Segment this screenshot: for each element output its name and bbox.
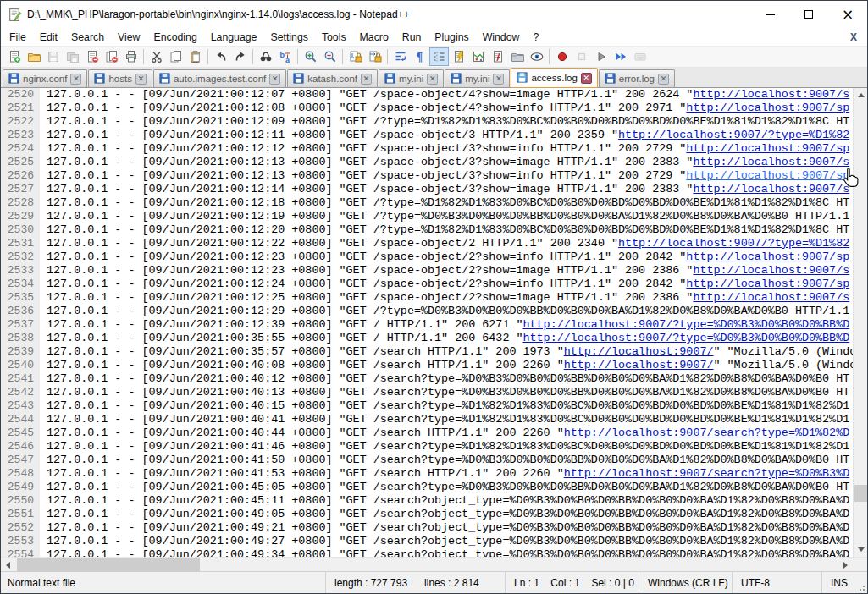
menu-edit[interactable]: Edit xyxy=(33,30,64,45)
tab-auto.images.test.conf[interactable]: auto.images.test.conf✕ xyxy=(153,69,286,87)
referrer-link[interactable]: http://localhost:9007/sp xyxy=(686,142,849,155)
line-number: 2526 xyxy=(1,169,34,183)
referrer-link-hovered[interactable]: http://localhost:9007/sp xyxy=(686,169,849,182)
sync-scroll-horizontal-icon[interactable] xyxy=(365,47,384,66)
close-all-icon[interactable] xyxy=(102,47,121,66)
document-map-icon[interactable] xyxy=(468,47,488,66)
open-file-icon[interactable] xyxy=(24,47,43,66)
playback-macro-icon[interactable] xyxy=(591,47,611,66)
status-encoding[interactable]: UTF-8 xyxy=(732,572,821,593)
referrer-link[interactable]: http://localhost:9007/search?type=%D1%82… xyxy=(564,426,850,439)
new-file-icon[interactable] xyxy=(4,47,24,66)
tab-error.log[interactable]: error.log✕ xyxy=(599,69,675,87)
tab-close-icon[interactable]: ✕ xyxy=(658,74,669,85)
referrer-link[interactable]: http://localhost:9007/?type=%D1%82 xyxy=(618,129,849,141)
menu-tools[interactable]: Tools xyxy=(315,30,353,45)
replace-icon[interactable]: ba xyxy=(275,47,295,66)
menu-window[interactable]: Window xyxy=(476,30,527,45)
undo-icon[interactable] xyxy=(211,47,230,66)
run-macro-multiple-icon[interactable] xyxy=(611,47,630,66)
referrer-link[interactable]: http://localhost:9007/ xyxy=(564,359,714,371)
zoom-out-icon[interactable] xyxy=(320,47,340,66)
vertical-scrollbar[interactable] xyxy=(853,88,867,557)
referrer-link[interactable]: http://localhost:9007/search?type=%D0%B3… xyxy=(564,467,850,480)
show-all-characters-icon[interactable]: ¶ xyxy=(410,47,429,66)
log-line: 127.0.0.1 - - [09/Jun/2021:00:35:57 +080… xyxy=(47,345,853,359)
tab-my.ini[interactable]: my.ini✕ xyxy=(379,69,444,87)
tab-close-icon[interactable]: ✕ xyxy=(427,74,438,85)
redo-icon[interactable] xyxy=(230,47,250,66)
scroll-up-arrow[interactable] xyxy=(854,88,867,102)
referrer-link[interactable]: http://localhost:9007/sp xyxy=(686,250,849,263)
menu-run[interactable]: Run xyxy=(395,30,428,45)
resize-grip[interactable] xyxy=(855,572,867,593)
cut-icon[interactable] xyxy=(147,47,166,66)
referrer-link[interactable]: http://localhost:9007/s xyxy=(693,264,849,277)
floppy-icon xyxy=(517,72,528,85)
line-number: 2532 xyxy=(1,250,34,264)
log-line: 127.0.0.1 - - [09/Jun/2021:00:49:05 +080… xyxy=(47,508,853,521)
define-language-icon[interactable] xyxy=(449,47,468,66)
menu-macro[interactable]: Macro xyxy=(353,30,395,45)
status-eol-format[interactable]: Windows (CR LF) xyxy=(639,572,732,593)
tab-nginx.conf[interactable]: nginx.conf✕ xyxy=(3,69,87,87)
close-button[interactable]: × xyxy=(828,1,867,28)
scroll-left-arrow[interactable] xyxy=(1,558,15,572)
referrer-link[interactable]: http://localhost:9007/s xyxy=(693,156,849,168)
tab-hosts[interactable]: hosts✕ xyxy=(88,69,152,87)
log-text: 127.0.0.1 - - [09/Jun/2021:00:49:21 +080… xyxy=(47,521,849,534)
line-number: 2531 xyxy=(1,237,34,250)
tab-close-icon[interactable]: ✕ xyxy=(135,74,147,85)
horizontal-scrollbar-thumb[interactable] xyxy=(17,558,200,571)
maximize-button[interactable] xyxy=(789,1,828,28)
tab-my.ini[interactable]: my.ini✕ xyxy=(445,69,510,87)
referrer-link[interactable]: http://localhost:9007/ xyxy=(564,345,714,358)
tab-close-icon[interactable]: ✕ xyxy=(493,74,504,85)
show-indent-guide-icon[interactable] xyxy=(429,47,449,66)
referrer-link[interactable]: http://localhost:9007/s xyxy=(693,88,849,101)
vertical-scrollbar-thumb[interactable] xyxy=(854,485,867,502)
menu-encoding[interactable]: Encoding xyxy=(147,30,203,45)
monitoring-icon[interactable] xyxy=(527,47,546,66)
menu-view[interactable]: View xyxy=(111,30,147,45)
tab-close-icon[interactable]: ✕ xyxy=(581,73,592,84)
tab-close-icon[interactable]: ✕ xyxy=(70,74,81,85)
print-icon[interactable] xyxy=(121,47,141,66)
tab-access.log[interactable]: access.log✕ xyxy=(511,68,597,88)
menu-file[interactable]: File xyxy=(3,30,33,45)
horizontal-scrollbar[interactable] xyxy=(1,557,867,571)
copy-icon[interactable] xyxy=(166,47,185,66)
folder-as-workspace-icon[interactable] xyxy=(507,47,527,66)
scroll-down-arrow[interactable] xyxy=(854,542,867,557)
menu-language[interactable]: Language xyxy=(204,30,264,45)
minimize-button[interactable] xyxy=(750,1,789,28)
horizontal-scroll-track[interactable] xyxy=(15,558,838,571)
menu-settings[interactable]: Settings xyxy=(263,30,314,45)
zoom-in-icon[interactable] xyxy=(301,47,320,66)
record-macro-icon[interactable] xyxy=(552,47,572,66)
referrer-link[interactable]: http://localhost:9007/s xyxy=(693,183,849,195)
menu-help[interactable]: ? xyxy=(526,30,545,45)
tab-label: access.log xyxy=(531,73,577,83)
paste-icon[interactable] xyxy=(185,47,205,66)
referrer-link[interactable]: http://localhost:9007/sp xyxy=(686,102,849,114)
word-wrap-icon[interactable] xyxy=(390,47,410,66)
tab-katash.conf[interactable]: katash.conf✕ xyxy=(287,69,378,87)
find-icon[interactable] xyxy=(256,47,275,66)
referrer-link[interactable]: http://localhost:9007/?type=%D0%B3%D0%B0… xyxy=(523,332,850,344)
referrer-link[interactable]: http://localhost:9007/?type=%D1%82 xyxy=(618,237,849,250)
close-file-icon[interactable] xyxy=(82,47,102,66)
menu-plugins[interactable]: Plugins xyxy=(428,30,475,45)
referrer-link[interactable]: http://localhost:9007/sp xyxy=(686,278,849,290)
status-insert-mode[interactable]: INS xyxy=(821,572,855,593)
text-editor[interactable]: 127.0.0.1 - - [09/Jun/2021:00:12:07 +080… xyxy=(40,88,853,557)
sync-scroll-vertical-icon[interactable] xyxy=(346,47,365,66)
menubar-close-document-icon[interactable]: X xyxy=(850,31,857,43)
menu-search[interactable]: Search xyxy=(64,30,111,45)
referrer-link[interactable]: http://localhost:9007/s xyxy=(693,291,849,304)
tab-close-icon[interactable]: ✕ xyxy=(361,74,372,85)
scroll-right-arrow[interactable] xyxy=(838,558,853,572)
referrer-link[interactable]: http://localhost:9007/?type=%D0%B3%D0%B0… xyxy=(523,318,850,331)
function-list-icon[interactable] xyxy=(488,47,507,66)
tab-close-icon[interactable]: ✕ xyxy=(269,74,280,85)
